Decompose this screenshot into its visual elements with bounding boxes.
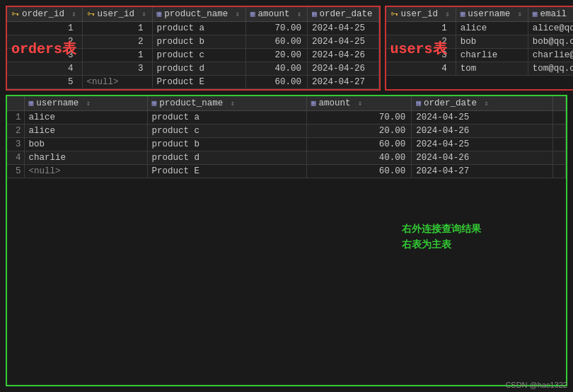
orders-cell-order_id: 5 [7,76,82,89]
orders-col-order_date: ▦order_date [307,7,378,22]
orders-cell-user_id: 2 [82,35,152,49]
result-row-1: 1 alice product a 70.00 2024-04-25 [7,111,566,125]
result-col-extra [553,96,566,111]
users-cell-user_id: 4 [386,62,456,76]
page-wrapper: orders表 🗝order_id ⇕ 🗝user_id ⇕ ▦product_… [0,0,573,392]
result-cell-extra-3 [553,138,566,151]
orders-cell-order_date: 2024-04-26 [307,49,378,62]
orders-cell-product_name: product a [152,22,245,35]
result-cell-username-2: alice [24,125,147,138]
users-row-3: 3 charlie charlie@qq.com [386,49,573,62]
result-cell-amount-5: 60.00 [306,165,412,178]
orders-row-5: 5 <null> Product E 60.00 2024-04-27 [7,76,378,89]
users-row-4: 4 tom tom@qq.com [386,62,573,76]
result-cell-extra-4 [553,151,566,165]
orders-row-4: 4 3 product d 40.00 2024-04-26 [7,62,378,76]
users-col-email: ▦email ⇕ [528,7,573,22]
orders-row-2: 2 2 product b 60.00 2024-04-25 [7,35,378,49]
result-cell-username-1: alice [24,111,147,125]
orders-cell-amount: 40.00 [245,62,307,76]
result-cell-order_date-4: 2024-04-26 [412,151,553,165]
orders-cell-product_name: product c [152,49,245,62]
orders-row-3: 3 1 product c 20.00 2024-04-26 [7,49,378,62]
orders-table-container: orders表 🗝order_id ⇕ 🗝user_id ⇕ ▦product_… [6,6,381,91]
users-cell-user_id: 1 [386,22,456,35]
result-cell-amount-3: 60.00 [306,138,412,151]
result-rownum-3: 3 [7,138,24,151]
orders-cell-product_name: product d [152,62,245,76]
result-table: ▦username ⇕ ▦product_name ⇕ ▦amount ⇕ ▦o… [7,96,566,178]
result-cell-amount-1: 70.00 [306,111,412,125]
users-table-container: users表 🗝user_id ⇕ ▦username ⇕ ▦email ⇕ 1… [385,6,573,91]
top-section: orders表 🗝order_id ⇕ 🗝user_id ⇕ ▦product_… [6,6,567,91]
result-cell-product_name-1: product a [147,111,306,125]
orders-col-amount: ▦amount ⇕ [245,7,307,22]
orders-cell-product_name: product b [152,35,245,49]
orders-cell-user_id: 1 [82,49,152,62]
result-cell-extra-5 [553,165,566,178]
users-cell-email: charlie@qq.com [528,49,573,62]
orders-cell-user_id: 1 [82,22,152,35]
orders-cell-amount: 70.00 [245,22,307,35]
users-cell-email: alice@qq.com [528,22,573,35]
users-cell-email: tom@qq.com [528,62,573,76]
users-row-2: 2 bob bob@qq.com [386,35,573,49]
orders-table: 🗝order_id ⇕ 🗝user_id ⇕ ▦product_name ⇕ ▦… [7,7,379,89]
orders-cell-amount: 60.00 [245,35,307,49]
result-cell-product_name-4: product d [147,151,306,165]
result-cell-extra-1 [553,111,566,125]
result-cell-product_name-2: product c [147,125,306,138]
orders-cell-order_id: 3 [7,49,82,62]
orders-cell-order_id: 4 [7,62,82,76]
result-cell-username-4: charlie [24,151,147,165]
result-row-5: 5 <null> Product E 60.00 2024-04-27 [7,165,566,178]
users-cell-username: alice [456,22,528,35]
orders-cell-user_id: 3 [82,62,152,76]
users-cell-username: tom [456,62,528,76]
result-col-rownum [7,96,24,111]
orders-cell-order_date: 2024-04-25 [307,35,378,49]
users-cell-username: bob [456,35,528,49]
orders-row-1: 1 1 product a 70.00 2024-04-25 [7,22,378,35]
orders-cell-product_name: Product E [152,76,245,89]
result-cell-order_date-3: 2024-04-25 [412,138,553,151]
users-cell-user_id: 2 [386,35,456,49]
orders-cell-amount: 60.00 [245,76,307,89]
users-cell-email: bob@qq.com [528,35,573,49]
result-col-amount: ▦amount ⇕ [306,96,412,111]
result-cell-order_date-2: 2024-04-26 [412,125,553,138]
orders-cell-order_date: 2024-04-25 [307,22,378,35]
orders-cell-order_date: 2024-04-27 [307,76,378,89]
result-cell-username-3: bob [24,138,147,151]
result-row-3: 3 bob product b 60.00 2024-04-25 [7,138,566,151]
orders-col-order_id: 🗝order_id ⇕ [7,7,82,22]
result-cell-order_date-1: 2024-04-25 [412,111,553,125]
users-row-1: 1 alice alice@qq.com [386,22,573,35]
users-table: 🗝user_id ⇕ ▦username ⇕ ▦email ⇕ 1 alice … [386,7,573,76]
result-rownum-2: 2 [7,125,24,138]
result-table-container: 右外连接查询结果右表为主表 ▦username ⇕ ▦product_name … [6,95,567,386]
result-cell-amount-2: 20.00 [306,125,412,138]
result-cell-product_name-3: product b [147,138,306,151]
result-cell-order_date-5: 2024-04-27 [412,165,553,178]
result-col-username: ▦username ⇕ [24,96,147,111]
orders-cell-user_id: <null> [82,76,152,89]
users-cell-user_id: 3 [386,49,456,62]
result-annotation: 右外连接查询结果右表为主表 [402,221,481,253]
result-row-4: 4 charlie product d 40.00 2024-04-26 [7,151,566,165]
result-cell-extra-2 [553,125,566,138]
users-col-username: ▦username ⇕ [456,7,528,22]
result-col-order_date: ▦order_date ⇕ [412,96,553,111]
result-cell-username-5: <null> [24,165,147,178]
watermark: CSDN @hac1322 [505,381,567,389]
orders-cell-order_id: 1 [7,22,82,35]
result-col-product_name: ▦product_name ⇕ [147,96,306,111]
orders-col-user_id: 🗝user_id ⇕ [82,7,152,22]
result-row-2: 2 alice product c 20.00 2024-04-26 [7,125,566,138]
orders-cell-amount: 20.00 [245,49,307,62]
result-cell-product_name-5: Product E [147,165,306,178]
orders-cell-order_id: 2 [7,35,82,49]
result-rownum-4: 4 [7,151,24,165]
result-rownum-5: 5 [7,165,24,178]
users-col-user_id: 🗝user_id ⇕ [386,7,456,22]
